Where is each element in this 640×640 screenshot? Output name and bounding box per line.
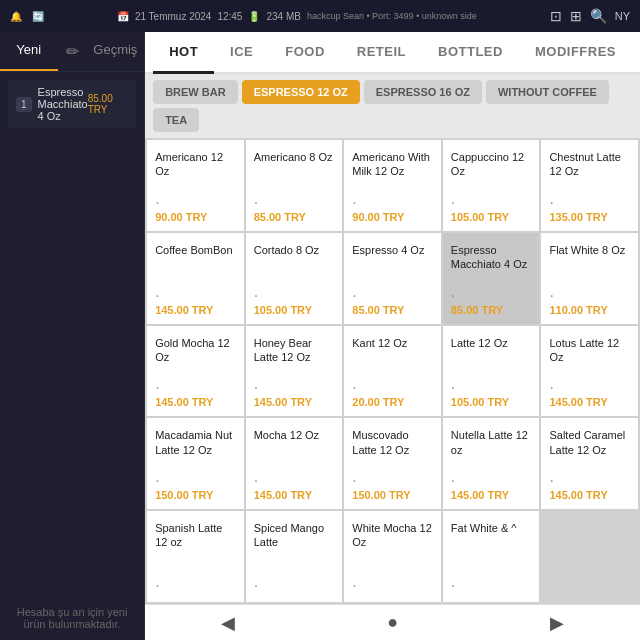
product-price: 90.00 TRY <box>155 211 236 223</box>
product-cell[interactable]: Honey Bear Latte 12 Oz . 145.00 TRY <box>246 326 343 417</box>
search-icon[interactable]: 🔍 <box>590 8 607 24</box>
memory-info: 234 MB <box>266 11 300 22</box>
product-name: Nutella Latte 12 oz <box>451 428 532 465</box>
category-tab-modiffres[interactable]: MODIFFRES <box>519 32 632 72</box>
product-cell[interactable]: Spiced Mango Latte . <box>246 511 343 602</box>
product-grid: Americano 12 Oz . 90.00 TRY Americano 8 … <box>145 138 640 604</box>
home-button[interactable]: ● <box>387 612 398 633</box>
product-price: 135.00 TRY <box>549 211 630 223</box>
product-name: Latte 12 Oz <box>451 336 532 373</box>
sync-icon[interactable]: 🔄 <box>32 11 44 22</box>
product-name: Espresso 4 Oz <box>352 243 433 280</box>
product-dot: . <box>254 191 335 207</box>
product-name: Honey Bear Latte 12 Oz <box>254 336 335 373</box>
product-dot: . <box>254 376 335 392</box>
product-dot: . <box>549 376 630 392</box>
screen-icon[interactable]: ⊞ <box>570 8 582 24</box>
order-name: Espresso Macchiato 4 Oz <box>38 86 88 122</box>
product-dot: . <box>549 191 630 207</box>
left-panel-tabs: Yeni ✏ Geçmiş <box>0 32 144 72</box>
sub-tab-espresso-12-oz[interactable]: ESPRESSO 12 OZ <box>242 80 360 104</box>
product-dot: . <box>451 376 532 392</box>
menu-button[interactable]: ▶ <box>550 612 564 634</box>
product-cell[interactable]: Chestnut Latte 12 Oz . 135.00 TRY <box>541 140 638 231</box>
product-cell[interactable]: Americano 8 Oz . 85.00 TRY <box>246 140 343 231</box>
top-bar: 🔔 🔄 📅 21 Temmuz 2024 12:45 🔋 234 MB hack… <box>0 0 640 32</box>
product-name: Salted Caramel Latte 12 Oz <box>549 428 630 465</box>
product-dot: . <box>254 469 335 485</box>
product-price: 20.00 TRY <box>352 396 433 408</box>
product-dot: . <box>155 376 236 392</box>
product-cell[interactable]: Salted Caramel Latte 12 Oz . 145.00 TRY <box>541 418 638 509</box>
sub-tab-without-coffee[interactable]: WITHOUT COFFEE <box>486 80 609 104</box>
order-item[interactable]: 1 Espresso Macchiato 4 Oz 85.00 TRY <box>8 80 136 128</box>
sub-tab-tea[interactable]: TEA <box>153 108 199 132</box>
product-dot: . <box>352 284 433 300</box>
product-price: 145.00 TRY <box>155 396 236 408</box>
category-tab-reteil[interactable]: RETEIL <box>341 32 422 72</box>
product-cell[interactable]: Americano 12 Oz . 90.00 TRY <box>147 140 244 231</box>
product-cell[interactable]: Kant 12 Oz . 20.00 TRY <box>344 326 441 417</box>
product-cell[interactable]: Coffee BomBon . 145.00 TRY <box>147 233 244 324</box>
sub-tabs: BREW BARESPRESSO 12 OZESPRESSO 16 OZWITH… <box>145 74 640 138</box>
tab-new[interactable]: Yeni <box>0 32 58 71</box>
bottom-nav: ◀ ● ▶ <box>145 604 640 640</box>
product-cell[interactable]: Flat White 8 Oz . 110.00 TRY <box>541 233 638 324</box>
product-name: Fat White & ^ <box>451 521 532 570</box>
product-cell[interactable]: Nutella Latte 12 oz . 145.00 TRY <box>443 418 540 509</box>
category-tab-hot[interactable]: HOT <box>153 32 214 74</box>
product-cell[interactable]: Espresso 4 Oz . 85.00 TRY <box>344 233 441 324</box>
product-price: 145.00 TRY <box>254 396 335 408</box>
product-cell[interactable]: White Mocha 12 Oz . <box>344 511 441 602</box>
edit-icon[interactable]: ✏ <box>58 32 87 71</box>
refresh-icon[interactable]: 🔔 <box>10 11 22 22</box>
product-name: Gold Mocha 12 Oz <box>155 336 236 373</box>
order-price: 85.00 TRY <box>88 93 128 115</box>
product-price: 105.00 TRY <box>451 211 532 223</box>
product-price: 150.00 TRY <box>352 489 433 501</box>
product-price: 105.00 TRY <box>254 304 335 316</box>
category-tab-ice[interactable]: ICE <box>214 32 269 72</box>
order-num: 1 <box>16 97 32 112</box>
category-tabs: HOTICEFOODRETEILBOTTLEDMODIFFRES <box>145 32 640 74</box>
product-cell[interactable]: Fat White & ^ . <box>443 511 540 602</box>
right-panel: HOTICEFOODRETEILBOTTLEDMODIFFRES BREW BA… <box>145 32 640 640</box>
product-cell[interactable]: Lotus Latte 12 Oz . 145.00 TRY <box>541 326 638 417</box>
left-panel: Yeni ✏ Geçmiş 1 Espresso Macchiato 4 Oz … <box>0 32 145 640</box>
product-cell[interactable]: Muscovado Latte 12 Oz . 150.00 TRY <box>344 418 441 509</box>
product-cell[interactable]: Cappuccino 12 Oz . 105.00 TRY <box>443 140 540 231</box>
product-cell[interactable]: Gold Mocha 12 Oz . 145.00 TRY <box>147 326 244 417</box>
product-dot: . <box>549 284 630 300</box>
product-name: Americano 8 Oz <box>254 150 335 187</box>
product-cell[interactable]: Latte 12 Oz . 105.00 TRY <box>443 326 540 417</box>
time: 12:45 <box>217 11 242 22</box>
product-dot: . <box>352 469 433 485</box>
product-price: 145.00 TRY <box>254 489 335 501</box>
category-tab-food[interactable]: FOOD <box>269 32 341 72</box>
product-dot: . <box>155 469 236 485</box>
category-tab-bottled[interactable]: BOTTLED <box>422 32 519 72</box>
product-cell[interactable]: Spanish Latte 12 oz . <box>147 511 244 602</box>
cast-icon[interactable]: ⊡ <box>550 8 562 24</box>
product-price: 105.00 TRY <box>451 396 532 408</box>
sub-tab-espresso-16-oz[interactable]: ESPRESSO 16 OZ <box>364 80 482 104</box>
sub-tab-brew-bar[interactable]: BREW BAR <box>153 80 238 104</box>
product-dot: . <box>155 191 236 207</box>
product-cell[interactable]: Americano With Milk 12 Oz . 90.00 TRY <box>344 140 441 231</box>
product-dot: . <box>352 191 433 207</box>
date-time: 21 Temmuz 2024 <box>135 11 212 22</box>
product-dot: . <box>155 284 236 300</box>
product-cell[interactable]: Mocha 12 Oz . 145.00 TRY <box>246 418 343 509</box>
tab-history[interactable]: Geçmiş <box>87 32 145 71</box>
product-cell[interactable]: Espresso Macchiato 4 Oz . 85.00 TRY <box>443 233 540 324</box>
product-dot: . <box>254 574 335 590</box>
product-dot: . <box>352 376 433 392</box>
product-cell[interactable]: Cortado 8 Oz . 105.00 TRY <box>246 233 343 324</box>
product-name: Americano With Milk 12 Oz <box>352 150 433 187</box>
back-button[interactable]: ◀ <box>221 612 235 634</box>
product-cell[interactable]: Macadamia Nut Latte 12 Oz . 150.00 TRY <box>147 418 244 509</box>
product-name: Kant 12 Oz <box>352 336 433 373</box>
top-bar-right: ⊡ ⊞ 🔍 NY <box>550 8 630 24</box>
product-dot: . <box>549 469 630 485</box>
top-bar-left: 🔔 🔄 <box>10 11 44 22</box>
